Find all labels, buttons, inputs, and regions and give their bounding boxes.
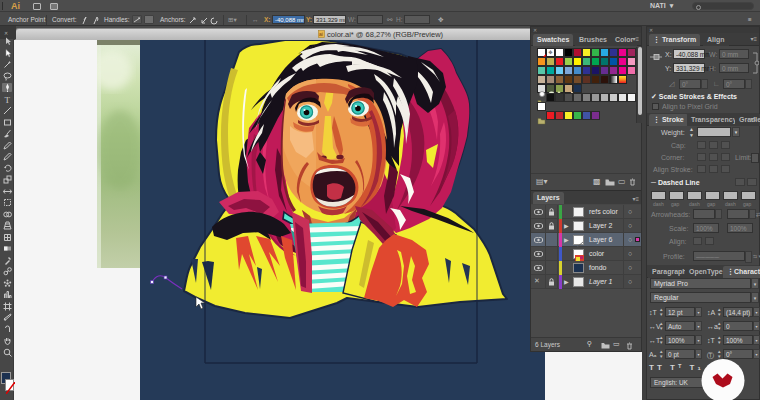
svg-text:ai: ai [319,31,323,37]
svg-text:T: T [4,95,10,104]
